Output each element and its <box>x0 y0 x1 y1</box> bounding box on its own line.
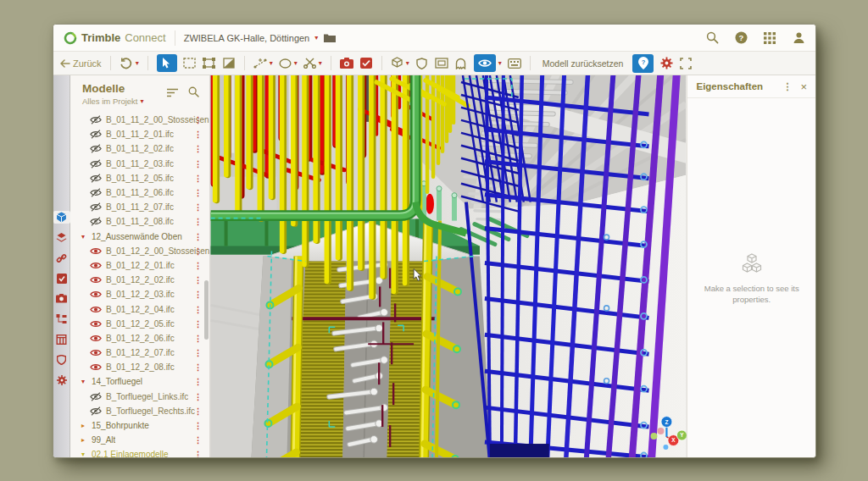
model-row[interactable]: B_Torfluegel_Links.ifc⋮ <box>70 390 209 404</box>
visibility-off-icon[interactable] <box>90 174 102 183</box>
chevron-down-icon[interactable]: ▾ <box>498 60 502 67</box>
model-row[interactable]: B_01_12_2_00_Stosseisen.ifc⋮ <box>70 244 209 258</box>
select-arrow-button[interactable] <box>157 54 177 72</box>
row-menu-icon[interactable]: ⋮ <box>194 290 203 299</box>
row-menu-icon[interactable]: ⋮ <box>194 421 203 430</box>
row-menu-icon[interactable]: ⋮ <box>194 159 203 169</box>
row-menu-icon[interactable]: ⋮ <box>194 406 203 416</box>
visibility-off-icon[interactable] <box>90 188 102 197</box>
markup-shape-button[interactable]: ▾ <box>279 58 298 69</box>
folder-icon[interactable] <box>323 31 337 45</box>
visibility-on-icon[interactable] <box>90 261 102 270</box>
visibility-on-icon[interactable] <box>90 362 102 372</box>
caret-collapsed-icon[interactable]: ▸ <box>81 436 89 444</box>
model-row[interactable]: B_01_12_2_01.ifc⋮ <box>70 258 209 273</box>
caret-expanded-icon[interactable]: ▾ <box>81 451 89 458</box>
row-menu-icon[interactable]: ⋮ <box>194 435 203 445</box>
model-row[interactable]: B_Torfluegel_Rechts.ifc⋮ <box>70 404 209 418</box>
row-menu-icon[interactable]: ⋮ <box>194 174 203 183</box>
search-models-icon[interactable] <box>188 86 199 101</box>
shield-icon[interactable] <box>54 353 70 366</box>
fullscreen-button[interactable] <box>679 57 693 70</box>
chevron-down-icon[interactable]: ▾ <box>406 60 409 67</box>
caret-expanded-icon[interactable]: ▾ <box>81 233 89 240</box>
visibility-on-icon[interactable] <box>90 305 102 314</box>
caret-collapsed-icon[interactable]: ▸ <box>81 422 89 429</box>
marquee-select-button[interactable] <box>183 57 197 70</box>
visibility-off-icon[interactable] <box>90 130 102 139</box>
ghost-mode-button[interactable] <box>454 57 468 70</box>
help-pin-button[interactable]: ? <box>632 54 654 73</box>
camera-icon[interactable] <box>54 292 70 305</box>
model-row[interactable]: B_01_11_2_02.ifc⋮ <box>70 141 209 156</box>
undo-button[interactable]: ▾ <box>120 57 139 70</box>
model-row[interactable]: B_01_12_2_05.ifc⋮ <box>70 317 209 331</box>
chevron-down-icon[interactable]: ▾ <box>319 60 322 67</box>
model-row[interactable]: B_01_11_2_03.ifc⋮ <box>70 157 209 171</box>
row-menu-icon[interactable]: ⋮ <box>194 261 203 270</box>
overlay-image-button[interactable] <box>435 57 448 70</box>
keypad-button[interactable] <box>508 57 521 70</box>
visibility-off-icon[interactable] <box>90 144 102 153</box>
row-menu-icon[interactable]: ⋮ <box>194 450 203 458</box>
visibility-on-icon[interactable] <box>90 246 102 256</box>
settings-gear-button[interactable] <box>659 57 673 70</box>
group-row[interactable]: ▸15_Bohrpunkte⋮ <box>70 418 209 433</box>
table-icon[interactable] <box>54 333 70 346</box>
row-menu-icon[interactable]: ⋮ <box>194 275 203 285</box>
help-icon[interactable]: ? <box>734 31 748 45</box>
model-row[interactable]: B_01_12_2_02.ifc⋮ <box>70 273 209 287</box>
model-row[interactable]: B_01_12_2_03.ifc⋮ <box>70 287 209 301</box>
model-row[interactable]: B_01_11_2_05.ifc⋮ <box>70 171 209 185</box>
chevron-down-icon[interactable]: ▾ <box>270 60 273 67</box>
layers-icon[interactable] <box>54 231 70 244</box>
model-row[interactable]: B_01_11_2_00_Stosseisen.ifc⋮ <box>70 113 209 127</box>
apps-grid-icon[interactable] <box>763 31 776 45</box>
group-row[interactable]: ▾12_Aussenwände Oben⋮ <box>70 229 209 244</box>
row-menu-icon[interactable]: ⋮ <box>194 144 203 153</box>
model-row[interactable]: B_01_12_2_04.ifc⋮ <box>70 301 209 316</box>
row-menu-icon[interactable]: ⋮ <box>194 362 203 372</box>
back-button[interactable]: Zurück <box>60 58 102 69</box>
model-row[interactable]: B_01_11_2_06.ifc⋮ <box>70 185 209 200</box>
chevron-down-icon[interactable]: ▾ <box>136 60 139 67</box>
row-menu-icon[interactable]: ⋮ <box>194 202 203 212</box>
row-menu-icon[interactable]: ⋮ <box>194 217 203 226</box>
group-row[interactable]: ▾14_Torfluegel⋮ <box>70 374 209 389</box>
visibility-eye-button[interactable] <box>474 54 496 72</box>
visibility-on-icon[interactable] <box>90 348 102 357</box>
trimble-connect-logo[interactable]: Trimble Connect <box>64 31 166 45</box>
chevron-down-icon[interactable]: ▾ <box>294 60 298 67</box>
row-menu-icon[interactable]: ⋮ <box>194 232 203 241</box>
row-menu-icon[interactable]: ⋮ <box>194 348 203 357</box>
visibility-off-icon[interactable] <box>90 392 102 401</box>
model-row[interactable]: B_01_11_2_07.ifc⋮ <box>70 200 209 214</box>
search-icon[interactable] <box>705 31 719 45</box>
model-row[interactable]: B_01_12_2_08.ifc⋮ <box>70 360 209 374</box>
crop-frame-button[interactable] <box>203 57 216 70</box>
project-selector[interactable]: ZWIBELA GK-Halle, Döttingen ▾ <box>184 31 337 45</box>
visibility-off-icon[interactable] <box>90 115 102 124</box>
model-row[interactable]: B_01_12_2_06.ifc⋮ <box>70 331 209 346</box>
snapshot-camera-button[interactable] <box>340 57 353 70</box>
scissors-button[interactable]: ▾ <box>303 58 322 69</box>
caret-expanded-icon[interactable]: ▾ <box>81 378 89 385</box>
hierarchy-icon[interactable] <box>54 312 70 325</box>
close-panel-icon[interactable]: × <box>800 80 807 93</box>
sidebar-scrollbar[interactable] <box>204 280 209 340</box>
visibility-off-icon[interactable] <box>90 202 102 212</box>
row-menu-icon[interactable]: ⋮ <box>194 130 203 139</box>
row-menu-icon[interactable]: ⋮ <box>194 246 203 256</box>
model-row[interactable]: B_01_12_2_07.ifc⋮ <box>70 346 209 360</box>
row-menu-icon[interactable]: ⋮ <box>194 334 203 343</box>
viewport-3d[interactable]: ZXY <box>210 75 687 458</box>
todo-check-icon[interactable] <box>54 272 70 285</box>
measure-button[interactable]: ▾ <box>253 58 273 69</box>
row-menu-icon[interactable]: ⋮ <box>194 319 203 329</box>
user-icon[interactable] <box>792 31 805 45</box>
row-menu-icon[interactable]: ⋮ <box>194 115 203 124</box>
visibility-on-icon[interactable] <box>90 290 102 299</box>
visibility-off-icon[interactable] <box>90 159 102 169</box>
models-cube-icon[interactable] <box>53 211 70 224</box>
visibility-on-icon[interactable] <box>90 275 102 285</box>
